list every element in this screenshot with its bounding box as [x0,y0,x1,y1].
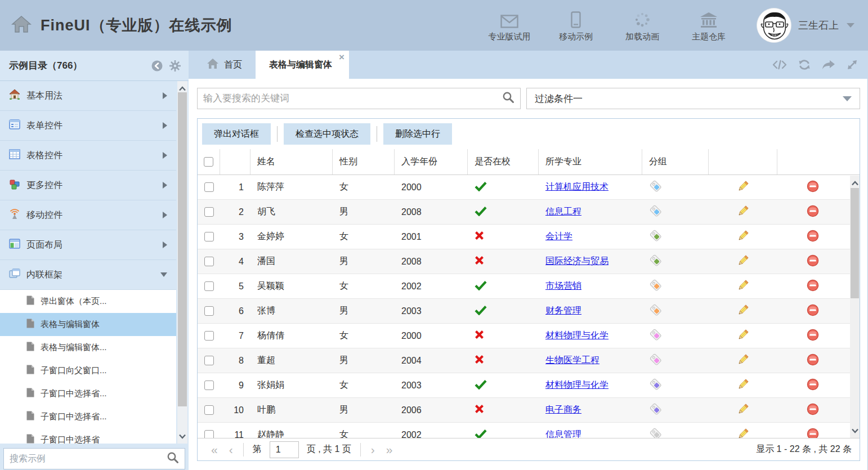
select-all-checkbox[interactable] [204,157,213,167]
major-link[interactable]: 材料物理与化学 [545,379,609,391]
col-gender[interactable]: 性别 [333,149,395,174]
edit-pencil-icon[interactable] [736,254,750,270]
keyword-search-input[interactable] [203,93,502,104]
edit-pencil-icon[interactable] [736,229,750,245]
sidebar-item[interactable]: 子窗口中选择省... [0,382,176,405]
tag-icon[interactable] [649,402,663,418]
search-icon[interactable] [502,91,514,106]
row-checkbox[interactable] [204,381,214,390]
delete-icon[interactable] [807,378,819,393]
sidebar-scroll-thumb[interactable] [178,92,187,406]
refresh-icon[interactable] [798,59,811,70]
last-page-button[interactable]: » [381,444,399,455]
grid-scrollbar[interactable] [850,176,860,438]
check-selected-button[interactable]: 检查选中项状态 [284,123,370,145]
search-icon[interactable] [167,451,179,466]
edit-pencil-icon[interactable] [736,180,750,195]
delete-icon[interactable] [807,329,819,343]
delete-icon[interactable] [807,428,819,438]
tab-grid-edit-window[interactable]: 表格与编辑窗体 × [256,51,349,79]
close-icon[interactable]: × [339,52,344,62]
tag-icon[interactable] [649,204,663,220]
delete-rows-button[interactable]: 删除选中行 [383,123,452,145]
sidebar-group[interactable]: 内联框架 [0,260,176,290]
edit-pencil-icon[interactable] [736,279,750,294]
edit-pencil-icon[interactable] [736,378,750,393]
scroll-down-icon[interactable] [178,431,186,441]
collapse-circle-icon[interactable] [151,60,163,71]
scroll-down-icon[interactable] [851,426,858,436]
edit-pencil-icon[interactable] [736,353,750,369]
delete-icon[interactable] [807,254,819,269]
delete-icon[interactable] [807,205,819,220]
sidebar-group[interactable]: 表单控件 [0,111,176,141]
major-link[interactable]: 电子商务 [545,404,581,416]
col-year[interactable]: 入学年份 [395,149,468,174]
sidebar-item[interactable]: 表格与编辑窗体 [0,313,176,336]
tag-icon[interactable] [649,328,663,344]
col-enrolled[interactable]: 是否在校 [468,149,539,174]
row-checkbox[interactable] [204,430,214,438]
edit-pencil-icon[interactable] [736,427,750,438]
major-link[interactable]: 财务管理 [545,305,581,317]
tag-icon[interactable] [649,353,663,369]
tag-icon[interactable] [649,427,663,438]
major-link[interactable]: 生物医学工程 [545,355,599,366]
sidebar-group[interactable]: 基本用法 [0,81,176,111]
tag-icon[interactable] [649,180,663,195]
sidebar-group[interactable]: 移动控件 [0,200,176,230]
sidebar-scrollbar[interactable] [177,81,187,444]
tag-icon[interactable] [649,229,663,245]
quick-link-loading[interactable]: 加载动画 [609,9,675,42]
delete-icon[interactable] [807,230,819,244]
code-icon[interactable] [772,60,787,70]
row-checkbox[interactable] [204,331,214,341]
quick-link-themes[interactable]: 主题仓库 [675,9,742,42]
major-link[interactable]: 信息工程 [545,206,581,218]
delete-icon[interactable] [807,180,819,195]
col-name[interactable]: 姓名 [250,149,333,174]
major-link[interactable]: 市场营销 [545,280,581,292]
major-link[interactable]: 计算机应用技术 [545,181,609,193]
row-checkbox[interactable] [204,257,214,266]
row-checkbox[interactable] [204,356,214,365]
major-link[interactable]: 材料物理与化学 [545,330,609,342]
major-link[interactable]: 国际经济与贸易 [545,256,609,267]
grid-scroll-thumb[interactable] [851,188,859,298]
first-page-button[interactable]: « [205,444,223,455]
page-number-input[interactable] [270,441,299,458]
sidebar-group[interactable]: 页面布局 [0,230,176,260]
major-link[interactable]: 信息管理 [545,429,581,438]
sidebar-item[interactable]: 子窗口中选择省 [0,428,176,444]
edit-pencil-icon[interactable] [736,328,750,344]
delete-icon[interactable] [807,353,819,368]
filter-dropdown[interactable]: 过滤条件一 [526,88,860,109]
open-dialog-button[interactable]: 弹出对话框 [202,123,271,145]
tag-icon[interactable] [649,254,663,270]
avatar[interactable] [757,8,791,43]
row-checkbox[interactable] [204,182,214,192]
delete-icon[interactable] [807,304,819,319]
user-menu[interactable]: 三生石上 [742,8,868,43]
sidebar-group[interactable]: 表格控件 [0,141,176,171]
row-checkbox[interactable] [204,281,214,291]
sidebar-item[interactable]: 弹出窗体（本页... [0,290,176,313]
edit-pencil-icon[interactable] [736,303,750,319]
col-group[interactable]: 分组 [642,149,709,174]
sidebar-item[interactable]: 表格与编辑窗体... [0,336,176,359]
quick-link-mobile[interactable]: 移动示例 [543,9,609,42]
major-link[interactable]: 会计学 [545,231,572,243]
edit-pencil-icon[interactable] [736,204,750,220]
sidebar-item[interactable]: 子窗口向父窗口... [0,359,176,382]
scroll-up-icon[interactable] [851,178,858,188]
prev-page-button[interactable]: ‹ [223,444,239,455]
share-icon[interactable] [822,60,835,70]
tag-icon[interactable] [649,378,663,393]
gear-icon[interactable] [169,60,181,71]
tab-home[interactable]: 首页 [193,51,256,79]
expand-icon[interactable] [847,59,858,70]
row-checkbox[interactable] [204,232,214,241]
sidebar-search-input[interactable] [10,454,167,464]
delete-icon[interactable] [807,279,819,294]
delete-icon[interactable] [807,403,819,418]
